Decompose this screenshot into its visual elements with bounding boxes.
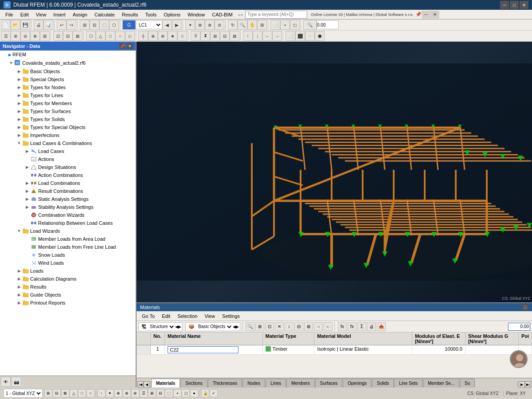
load-cases-arrow[interactable] [24, 148, 30, 154]
types-nodes-arrow[interactable] [16, 84, 22, 90]
tb-pan[interactable]: ✋ [247, 20, 257, 30]
btb-func3[interactable]: Σ [357, 322, 366, 331]
btb-copy[interactable]: ⊡ [265, 322, 274, 331]
tree-load-combinations[interactable]: Load Combinations [0, 179, 136, 187]
tree-types-nodes[interactable]: Types for Nodes [0, 83, 136, 91]
tb2-29[interactable]: ⬛ [295, 31, 305, 41]
obj-next[interactable]: ▶ [236, 325, 239, 329]
tb2-21[interactable]: ⊞ [210, 31, 220, 41]
basic-objects-arrow[interactable] [16, 68, 22, 74]
tree-member-loads-area[interactable]: ML Member Loads from Area Load [0, 235, 136, 243]
structure-selector[interactable]: 🏗 Structure ◀ ▶ [138, 322, 183, 331]
tree-guide-objects[interactable]: Guide Objects [0, 291, 136, 299]
types-lines-arrow[interactable] [16, 92, 22, 98]
tree-relationship-load-cases[interactable]: Relationship Between Load Cases [0, 219, 136, 227]
tab-first-btn[interactable]: |◀ [137, 381, 144, 387]
file-arrow[interactable] [8, 60, 14, 66]
tab-solids[interactable]: Solids [372, 379, 394, 387]
tb2-13[interactable]: ◇ [125, 31, 135, 41]
bst-4[interactable]: △ [70, 389, 78, 397]
maximize-button[interactable]: □ [510, 1, 519, 9]
3d-view[interactable]: CS: Global XYZ [137, 42, 532, 302]
nav-pin-button[interactable]: 📌 [119, 43, 125, 49]
tb-render1[interactable]: ⬜ [270, 20, 280, 30]
tree-types-members[interactable]: Types for Members [0, 99, 136, 107]
tree-load-cases[interactable]: Load Cases [0, 147, 136, 155]
close-button[interactable]: ✕ [520, 1, 528, 9]
tab-thicknesses[interactable]: Thicknesses [208, 379, 243, 387]
tab-member-se[interactable]: Member Se... [423, 379, 459, 387]
lc-selector[interactable]: LC1 [136, 20, 162, 29]
tb-select-box[interactable]: ⬚ [99, 20, 109, 30]
tb2-20[interactable]: ⧗ [200, 31, 210, 41]
stability-analysis-arrow[interactable] [24, 204, 30, 210]
tb2-23[interactable]: ⊠ [230, 31, 239, 41]
menu-edit[interactable]: Edit [17, 11, 32, 18]
bst-18[interactable]: ● [190, 389, 198, 397]
calc-diagrams-arrow[interactable] [16, 276, 22, 282]
tb-undo[interactable]: ↩ [57, 20, 66, 30]
tb2-27[interactable]: → [272, 31, 282, 41]
tb2-5[interactable]: ⊞ [40, 31, 50, 41]
tb-lc-prev[interactable]: ◀ [162, 20, 172, 30]
tb-fit[interactable]: ⊞ [257, 20, 267, 30]
search-input[interactable] [245, 11, 307, 19]
navigator-controls[interactable]: 📌 ✕ [119, 43, 133, 49]
btb-more1[interactable]: ⊟ [294, 322, 303, 331]
tab-su[interactable]: Su [460, 379, 475, 387]
tb2-1[interactable]: ☰ [1, 31, 11, 41]
bottom-menu-goto[interactable]: Go To [138, 313, 158, 319]
toolbar-minimize[interactable]: ─ [422, 11, 430, 19]
tree-basic-objects[interactable]: Basic Objects [0, 67, 136, 75]
obj-prev[interactable]: ◀ [233, 325, 236, 329]
tab-lines[interactable]: Lines [266, 379, 286, 387]
tb2-2[interactable]: ⊕ [11, 31, 20, 41]
tb2-18[interactable]: ☆ [177, 31, 187, 41]
tb2-11[interactable]: □ [106, 31, 115, 41]
types-solids-arrow[interactable] [16, 116, 22, 122]
bst-1[interactable]: ⊞ [44, 389, 52, 397]
tab-surfaces[interactable]: Surfaces [315, 379, 342, 387]
load-wizards-arrow[interactable] [16, 228, 22, 234]
results-arrow[interactable] [16, 284, 22, 290]
nav-eye-button[interactable]: 👁 [1, 377, 11, 387]
tree-imperfections[interactable]: Imperfections [0, 131, 136, 139]
tb2-19[interactable]: ⧖ [191, 31, 200, 41]
tree-results[interactable]: Results [0, 283, 136, 291]
tb2-10[interactable]: △ [96, 31, 106, 41]
tree-types-surfaces[interactable]: Types for Surfaces [0, 107, 136, 115]
bst-6[interactable]: ○ [86, 389, 94, 397]
tb2-22[interactable]: ⊟ [220, 31, 230, 41]
tree-file-root[interactable]: rf Covaleda_estado_actual2.rf6 [0, 59, 136, 67]
window-controls[interactable]: ─ □ ✕ [500, 1, 528, 9]
tb2-30[interactable]: ⬞ [305, 31, 315, 41]
objects-selector[interactable]: 📦 Basic Objects ◀ ▶ [185, 322, 240, 331]
tree-printout-reports[interactable]: Printout Reports [0, 299, 136, 307]
tb-zoom-in[interactable]: 🔍 [238, 20, 247, 30]
tab-nodes[interactable]: Nodes [243, 379, 265, 387]
tab-last-btn[interactable]: ▶| [525, 381, 531, 387]
load-cases-combo-arrow[interactable] [16, 140, 22, 146]
btb-sort[interactable]: ↕ [285, 322, 293, 331]
tb-select-poly[interactable]: ⬡ [109, 20, 119, 30]
tree-static-analysis[interactable]: Static Analysis Settings [0, 195, 136, 203]
tab-next-nav[interactable]: ▶ ▶| [517, 381, 532, 387]
tree-combination-wizards[interactable]: W Combination Wizards [0, 211, 136, 219]
tb-new[interactable]: 📄 [1, 20, 11, 30]
tree-rfem-root[interactable]: ■ RFEM [0, 51, 136, 59]
special-objects-arrow[interactable] [16, 76, 22, 82]
bst-11[interactable]: ⊛ [131, 389, 139, 397]
tab-prev-btn[interactable]: ◀ [144, 381, 150, 387]
tb-redo[interactable]: ↪ [66, 20, 76, 30]
table-row[interactable]: 1 Timber Isotropic | Linear Elastic 1000… [137, 345, 532, 355]
nav-close-button[interactable]: ✕ [127, 43, 133, 49]
tb2-9[interactable]: ⬡ [86, 31, 96, 41]
menu-window[interactable]: Window [184, 11, 208, 18]
toolbar-close[interactable]: ✕ [430, 11, 439, 19]
static-analysis-arrow[interactable] [24, 196, 30, 202]
view-selector[interactable]: 1 - Global XYZ [4, 389, 43, 398]
tree-actions[interactable]: A Actions [0, 155, 136, 163]
tb2-4[interactable]: ⊗ [30, 31, 40, 41]
tree-snow-loads[interactable]: ❄ Snow Loads [0, 251, 136, 259]
tb2-26[interactable]: ← [262, 31, 272, 41]
